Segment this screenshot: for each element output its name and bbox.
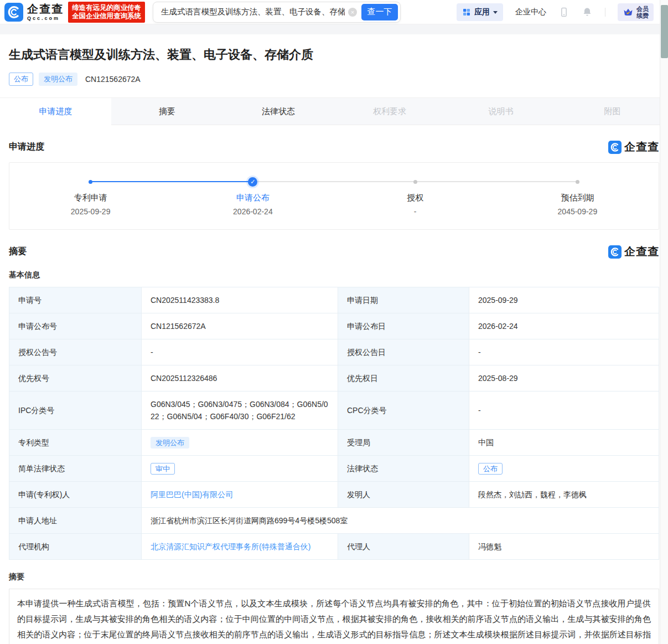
field-label: 申请号 [9, 287, 142, 313]
table-row: 代理机构 北京清源汇知识产权代理事务所(特殊普通合伙) 代理人 冯德魁 [9, 534, 659, 560]
header-divider [605, 8, 605, 17]
chevron-down-icon [493, 11, 498, 14]
mobile-phone-icon[interactable] [558, 7, 569, 18]
qcc-watermark-icon [608, 141, 622, 154]
check-icon: ✓ [248, 177, 257, 187]
simple-legal-status-badge: 审中 [151, 463, 175, 475]
qcc-watermark-icon [608, 245, 622, 259]
table-row: IPC分类号 G06N3/045；G06N3/0475；G06N3/084；G0… [9, 391, 659, 430]
top-header: 企查查 Qcc.com 缔造有远见的商业传奇 全国企业信用查询系统 × 查一下 … [0, 0, 668, 24]
timeline-step-label: 申请公布 [236, 193, 270, 203]
patent-title-card: 生成式语言模型及训练方法、装置、电子设备、存储介质 公布 发明公布 CN1215… [0, 34, 668, 97]
field-label: 授权公告日 [338, 339, 469, 365]
field-value: 段然杰，刘劼西，魏程，李德枫 [469, 482, 659, 508]
qcc-watermark: 企查查 [608, 140, 659, 154]
patent-type-badge: 发明公布 [151, 437, 189, 449]
field-value: - [469, 391, 659, 430]
tab-legal-status[interactable]: 法律状态 [222, 98, 334, 125]
field-value: 2025-09-29 [469, 287, 659, 313]
field-label: 申请(专利权)人 [9, 482, 142, 508]
application-progress-section: 申请进度 企查查 专利申请 2025-09-29 ✓ 申请公布 2026-02-… [0, 140, 668, 230]
apps-menu-button[interactable]: 应用 [457, 3, 503, 21]
field-value: CN2025112326486 [142, 365, 338, 391]
timeline-dot [89, 177, 92, 186]
field-value: CN121562672A [142, 313, 338, 339]
enterprise-center-link[interactable]: 企业中心 [515, 7, 546, 17]
page-scrollbar[interactable] [660, 0, 668, 644]
timeline-step-grant: 授权 - [334, 177, 496, 216]
timeline-dot: ✓ [248, 177, 257, 186]
timeline-dot [413, 177, 417, 186]
field-value: G06N3/045；G06N3/0475；G06N3/084；G06N5/022… [142, 391, 338, 430]
timeline-step-date: 2045-09-29 [558, 207, 598, 216]
tab-application-progress[interactable]: 申请进度 [0, 98, 111, 125]
abstract-text: 本申请提供一种生成式语言模型，包括：预置N个语义节点，以及文本生成模块，所述每个… [9, 589, 659, 644]
timeline-step-filing: 专利申请 2025-09-29 [9, 177, 172, 216]
timeline-step-label: 授权 [407, 193, 423, 203]
timeline-step-date: 2025-09-29 [71, 207, 111, 216]
search-box: × 查一下 [153, 2, 401, 23]
brand-name: 企查查 [27, 3, 64, 14]
table-row: 优先权号 CN2025112326486 优先权日 2025-08-29 [9, 365, 659, 391]
brand-slogan: 缔造有远见的商业传奇 全国企业信用查询系统 [68, 2, 145, 23]
field-value: 发明公布 [142, 430, 338, 456]
search-button[interactable]: 查一下 [361, 4, 398, 20]
field-label: 代理机构 [9, 534, 142, 560]
summary-section: 摘要 企查查 基本信息 申请号 CN202511423383.8 申请日期 20… [0, 244, 668, 644]
progress-section-header: 申请进度 企查查 [9, 140, 659, 154]
field-value: 中国 [469, 430, 659, 456]
table-row: 简单法律状态 审中 法律状态 公布 [9, 456, 659, 482]
timeline-step-date: 2026-02-24 [233, 207, 273, 216]
table-row: 申请号 CN202511423383.8 申请日期 2025-09-29 [9, 287, 659, 313]
notification-bell-icon[interactable] [582, 7, 593, 18]
field-label: 申请公布日 [338, 313, 469, 339]
field-value: 北京清源汇知识产权代理事务所(特殊普通合伙) [142, 534, 338, 560]
scrollbar-thumb[interactable] [661, 5, 668, 58]
tab-claims: 权利要求 [334, 98, 446, 125]
apps-grid-icon [462, 8, 471, 17]
field-label: 优先权号 [9, 365, 142, 391]
field-label: 简单法律状态 [9, 456, 142, 482]
patent-title: 生成式语言模型及训练方法、装置、电子设备、存储介质 [9, 47, 659, 63]
tab-abstract[interactable]: 摘要 [111, 98, 222, 125]
patent-type-badge: 发明公布 [39, 73, 77, 86]
clear-search-icon[interactable]: × [348, 8, 357, 17]
applicant-link[interactable]: 阿里巴巴(中国)有限公司 [151, 490, 233, 499]
progress-timeline: 专利申请 2025-09-29 ✓ 申请公布 2026-02-24 授权 - 预… [9, 177, 659, 216]
basic-info-title: 基本信息 [9, 270, 659, 280]
qcc-logo[interactable]: 企查查 Qcc.com [4, 3, 64, 22]
field-label: 专利类型 [9, 430, 142, 456]
field-label: 代理人 [338, 534, 469, 560]
field-label: 法律状态 [338, 456, 469, 482]
field-label: 申请公布号 [9, 313, 142, 339]
publication-status-badge: 公布 [9, 73, 33, 86]
field-value: 冯德魁 [469, 534, 659, 560]
brand-domain: Qcc.com [27, 16, 64, 21]
qcc-watermark-text: 企查查 [624, 140, 659, 154]
summary-section-title: 摘要 [9, 246, 27, 257]
table-row: 授权公告号 - 授权公告日 - [9, 339, 659, 365]
slogan-line-1: 缔造有远见的商业传奇 [72, 4, 141, 12]
field-label: 发明人 [338, 482, 469, 508]
table-row: 申请人地址 浙江省杭州市滨江区长河街道网商路699号4号楼5楼508室 [9, 508, 659, 534]
page-gap [0, 24, 668, 34]
tab-description: 说明书 [446, 98, 557, 125]
basic-info-table: 申请号 CN202511423383.8 申请日期 2025-09-29 申请公… [9, 287, 659, 560]
field-value: 阿里巴巴(中国)有限公司 [142, 482, 338, 508]
field-value: - [469, 339, 659, 365]
field-label: 优先权日 [338, 365, 469, 391]
timeline-step-expiry: 预估到期 2045-09-29 [496, 177, 659, 216]
field-label: 申请人地址 [9, 508, 142, 534]
agency-link[interactable]: 北京清源汇知识产权代理事务所(特殊普通合伙) [151, 542, 310, 551]
field-value: CN202511423383.8 [142, 287, 338, 313]
field-label: IPC分类号 [9, 391, 142, 430]
legal-status-badge: 公布 [478, 463, 503, 475]
member-renew-button[interactable]: 会员 续费 [618, 3, 654, 21]
table-row: 专利类型 发明公布 受理局 中国 [9, 430, 659, 456]
header-right: 应用 企业中心 会员 续费 [457, 3, 654, 21]
timeline-step-date: - [414, 207, 417, 216]
slogan-line-2: 全国企业信用查询系统 [72, 12, 141, 20]
search-input[interactable] [160, 7, 346, 17]
summary-section-header: 摘要 企查查 [9, 244, 659, 259]
abstract-title: 摘要 [9, 572, 659, 582]
